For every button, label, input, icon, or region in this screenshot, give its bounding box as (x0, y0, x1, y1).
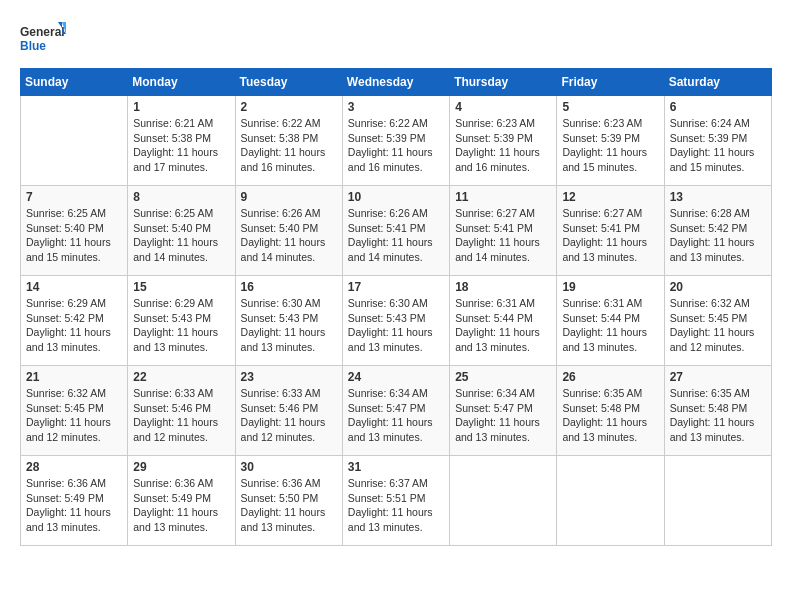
day-info: Sunrise: 6:23 AMSunset: 5:39 PMDaylight:… (562, 116, 658, 175)
day-info: Sunrise: 6:22 AMSunset: 5:38 PMDaylight:… (241, 116, 337, 175)
day-number: 24 (348, 370, 444, 384)
calendar-cell: 4 Sunrise: 6:23 AMSunset: 5:39 PMDayligh… (450, 96, 557, 186)
calendar-cell: 8 Sunrise: 6:25 AMSunset: 5:40 PMDayligh… (128, 186, 235, 276)
day-info: Sunrise: 6:32 AMSunset: 5:45 PMDaylight:… (670, 296, 766, 355)
day-number: 11 (455, 190, 551, 204)
day-number: 31 (348, 460, 444, 474)
day-info: Sunrise: 6:33 AMSunset: 5:46 PMDaylight:… (133, 386, 229, 445)
header-tuesday: Tuesday (235, 69, 342, 96)
day-info: Sunrise: 6:36 AMSunset: 5:49 PMDaylight:… (133, 476, 229, 535)
day-info: Sunrise: 6:25 AMSunset: 5:40 PMDaylight:… (26, 206, 122, 265)
svg-text:General: General (20, 25, 65, 39)
calendar-cell: 27 Sunrise: 6:35 AMSunset: 5:48 PMDaylig… (664, 366, 771, 456)
calendar-cell (664, 456, 771, 546)
day-info: Sunrise: 6:33 AMSunset: 5:46 PMDaylight:… (241, 386, 337, 445)
calendar-header-row: SundayMondayTuesdayWednesdayThursdayFrid… (21, 69, 772, 96)
calendar-week-4: 21 Sunrise: 6:32 AMSunset: 5:45 PMDaylig… (21, 366, 772, 456)
header-saturday: Saturday (664, 69, 771, 96)
calendar-week-1: 1 Sunrise: 6:21 AMSunset: 5:38 PMDayligh… (21, 96, 772, 186)
calendar-cell: 7 Sunrise: 6:25 AMSunset: 5:40 PMDayligh… (21, 186, 128, 276)
day-info: Sunrise: 6:35 AMSunset: 5:48 PMDaylight:… (670, 386, 766, 445)
day-number: 26 (562, 370, 658, 384)
calendar-week-3: 14 Sunrise: 6:29 AMSunset: 5:42 PMDaylig… (21, 276, 772, 366)
day-number: 27 (670, 370, 766, 384)
calendar-cell: 19 Sunrise: 6:31 AMSunset: 5:44 PMDaylig… (557, 276, 664, 366)
day-number: 30 (241, 460, 337, 474)
calendar-cell: 15 Sunrise: 6:29 AMSunset: 5:43 PMDaylig… (128, 276, 235, 366)
day-number: 12 (562, 190, 658, 204)
day-info: Sunrise: 6:26 AMSunset: 5:41 PMDaylight:… (348, 206, 444, 265)
calendar-cell: 31 Sunrise: 6:37 AMSunset: 5:51 PMDaylig… (342, 456, 449, 546)
calendar-cell: 26 Sunrise: 6:35 AMSunset: 5:48 PMDaylig… (557, 366, 664, 456)
day-number: 20 (670, 280, 766, 294)
calendar-cell: 30 Sunrise: 6:36 AMSunset: 5:50 PMDaylig… (235, 456, 342, 546)
day-info: Sunrise: 6:37 AMSunset: 5:51 PMDaylight:… (348, 476, 444, 535)
day-number: 25 (455, 370, 551, 384)
calendar-cell: 23 Sunrise: 6:33 AMSunset: 5:46 PMDaylig… (235, 366, 342, 456)
day-info: Sunrise: 6:30 AMSunset: 5:43 PMDaylight:… (348, 296, 444, 355)
logo-svg: General Blue (20, 20, 70, 60)
svg-text:Blue: Blue (20, 39, 46, 53)
calendar-cell: 22 Sunrise: 6:33 AMSunset: 5:46 PMDaylig… (128, 366, 235, 456)
calendar-cell: 14 Sunrise: 6:29 AMSunset: 5:42 PMDaylig… (21, 276, 128, 366)
calendar-cell: 1 Sunrise: 6:21 AMSunset: 5:38 PMDayligh… (128, 96, 235, 186)
day-number: 10 (348, 190, 444, 204)
day-number: 4 (455, 100, 551, 114)
day-number: 9 (241, 190, 337, 204)
header-wednesday: Wednesday (342, 69, 449, 96)
calendar-cell: 5 Sunrise: 6:23 AMSunset: 5:39 PMDayligh… (557, 96, 664, 186)
day-info: Sunrise: 6:28 AMSunset: 5:42 PMDaylight:… (670, 206, 766, 265)
day-info: Sunrise: 6:32 AMSunset: 5:45 PMDaylight:… (26, 386, 122, 445)
calendar-cell: 16 Sunrise: 6:30 AMSunset: 5:43 PMDaylig… (235, 276, 342, 366)
calendar-cell: 3 Sunrise: 6:22 AMSunset: 5:39 PMDayligh… (342, 96, 449, 186)
calendar-cell: 10 Sunrise: 6:26 AMSunset: 5:41 PMDaylig… (342, 186, 449, 276)
day-info: Sunrise: 6:36 AMSunset: 5:49 PMDaylight:… (26, 476, 122, 535)
day-number: 3 (348, 100, 444, 114)
header-thursday: Thursday (450, 69, 557, 96)
day-number: 17 (348, 280, 444, 294)
calendar-cell: 12 Sunrise: 6:27 AMSunset: 5:41 PMDaylig… (557, 186, 664, 276)
calendar-table: SundayMondayTuesdayWednesdayThursdayFrid… (20, 68, 772, 546)
day-number: 28 (26, 460, 122, 474)
day-number: 23 (241, 370, 337, 384)
day-info: Sunrise: 6:29 AMSunset: 5:43 PMDaylight:… (133, 296, 229, 355)
calendar-cell: 6 Sunrise: 6:24 AMSunset: 5:39 PMDayligh… (664, 96, 771, 186)
day-number: 2 (241, 100, 337, 114)
day-info: Sunrise: 6:27 AMSunset: 5:41 PMDaylight:… (562, 206, 658, 265)
day-info: Sunrise: 6:26 AMSunset: 5:40 PMDaylight:… (241, 206, 337, 265)
calendar-cell: 29 Sunrise: 6:36 AMSunset: 5:49 PMDaylig… (128, 456, 235, 546)
day-info: Sunrise: 6:27 AMSunset: 5:41 PMDaylight:… (455, 206, 551, 265)
day-info: Sunrise: 6:31 AMSunset: 5:44 PMDaylight:… (455, 296, 551, 355)
day-number: 13 (670, 190, 766, 204)
day-number: 6 (670, 100, 766, 114)
day-info: Sunrise: 6:36 AMSunset: 5:50 PMDaylight:… (241, 476, 337, 535)
day-number: 14 (26, 280, 122, 294)
calendar-cell: 20 Sunrise: 6:32 AMSunset: 5:45 PMDaylig… (664, 276, 771, 366)
calendar-cell (21, 96, 128, 186)
day-info: Sunrise: 6:34 AMSunset: 5:47 PMDaylight:… (348, 386, 444, 445)
day-number: 21 (26, 370, 122, 384)
day-info: Sunrise: 6:34 AMSunset: 5:47 PMDaylight:… (455, 386, 551, 445)
calendar-cell: 13 Sunrise: 6:28 AMSunset: 5:42 PMDaylig… (664, 186, 771, 276)
calendar-cell: 21 Sunrise: 6:32 AMSunset: 5:45 PMDaylig… (21, 366, 128, 456)
day-info: Sunrise: 6:22 AMSunset: 5:39 PMDaylight:… (348, 116, 444, 175)
day-number: 15 (133, 280, 229, 294)
day-number: 1 (133, 100, 229, 114)
calendar-cell: 2 Sunrise: 6:22 AMSunset: 5:38 PMDayligh… (235, 96, 342, 186)
day-number: 18 (455, 280, 551, 294)
day-info: Sunrise: 6:21 AMSunset: 5:38 PMDaylight:… (133, 116, 229, 175)
header-friday: Friday (557, 69, 664, 96)
day-number: 8 (133, 190, 229, 204)
logo: General Blue (20, 20, 70, 60)
day-info: Sunrise: 6:25 AMSunset: 5:40 PMDaylight:… (133, 206, 229, 265)
calendar-cell: 9 Sunrise: 6:26 AMSunset: 5:40 PMDayligh… (235, 186, 342, 276)
day-info: Sunrise: 6:30 AMSunset: 5:43 PMDaylight:… (241, 296, 337, 355)
calendar-week-2: 7 Sunrise: 6:25 AMSunset: 5:40 PMDayligh… (21, 186, 772, 276)
calendar-cell: 11 Sunrise: 6:27 AMSunset: 5:41 PMDaylig… (450, 186, 557, 276)
day-info: Sunrise: 6:24 AMSunset: 5:39 PMDaylight:… (670, 116, 766, 175)
day-number: 22 (133, 370, 229, 384)
day-info: Sunrise: 6:31 AMSunset: 5:44 PMDaylight:… (562, 296, 658, 355)
day-number: 16 (241, 280, 337, 294)
day-info: Sunrise: 6:23 AMSunset: 5:39 PMDaylight:… (455, 116, 551, 175)
page-header: General Blue (20, 20, 772, 60)
